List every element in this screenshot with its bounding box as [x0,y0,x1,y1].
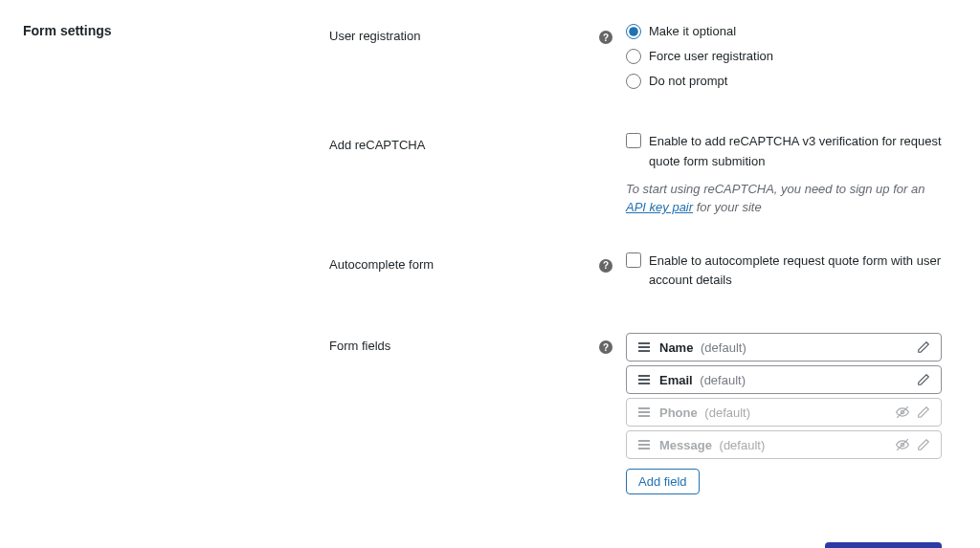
edit-icon[interactable] [916,340,931,355]
radio-noprompt[interactable]: Do not prompt [626,73,942,90]
form-field-default-label: (default) [701,340,746,355]
edit-icon[interactable] [916,405,931,420]
recaptcha-help-after: for your site [693,200,762,214]
form-field-name: Name (default) [659,340,916,355]
section-title: Form settings [23,23,329,38]
visibility-off-icon[interactable] [895,405,910,420]
form-fields-label-col: Form fields ? [329,333,626,354]
help-icon[interactable]: ? [599,31,612,44]
form-field-item[interactable]: Email (default) [626,365,942,394]
footer-actions: Update settings [23,542,942,548]
radio-noprompt-label: Do not prompt [649,73,727,90]
form-field-name: Email (default) [659,373,916,387]
radio-force-input[interactable] [626,49,641,64]
drag-handle-icon[interactable] [636,406,652,418]
radio-force-label: Force user registration [649,48,773,65]
recaptcha-help-link[interactable]: API key pair [626,200,693,214]
recaptcha-help-before: To start using reCAPTCHA, you need to si… [626,182,924,196]
recaptcha-row: Add reCAPTCHA Enable to add reCAPTCHA v3… [23,132,957,217]
recaptcha-help-text: To start using reCAPTCHA, you need to si… [626,180,942,217]
update-settings-button[interactable]: Update settings [825,542,942,548]
form-field-actions [895,405,931,420]
autocomplete-label-col: Autocomplete form ? [329,252,626,273]
form-fields-label: Form fields [329,339,390,353]
form-field-actions [916,372,931,387]
help-icon[interactable]: ? [599,340,612,354]
form-fields-row: Form fields ? Name (default)Email (defau… [23,333,957,494]
user-registration-label-col: User registration ? [329,23,626,44]
form-field-default-label: (default) [700,373,746,387]
recaptcha-checkbox-label: Enable to add reCAPTCHA v3 verification … [649,132,942,172]
user-registration-row: Form settings User registration ? Make i… [23,23,957,98]
drag-handle-icon[interactable] [636,341,652,353]
form-field-actions [895,437,931,452]
drag-handle-icon[interactable] [636,439,652,450]
autocomplete-checkbox[interactable]: Enable to autocomplete request quote for… [626,252,942,292]
recaptcha-label-col: Add reCAPTCHA [329,132,626,152]
drag-handle-icon[interactable] [636,374,652,385]
form-field-actions [916,340,931,355]
autocomplete-checkbox-label: Enable to autocomplete request quote for… [649,252,942,292]
autocomplete-input-col: Enable to autocomplete request quote for… [626,252,942,299]
autocomplete-label: Autocomplete form [329,257,434,272]
recaptcha-checkbox[interactable]: Enable to add reCAPTCHA v3 verification … [626,132,942,172]
visibility-off-icon[interactable] [895,437,910,452]
radio-optional-input[interactable] [626,24,641,39]
radio-force[interactable]: Force user registration [626,48,942,65]
form-field-item[interactable]: Message (default) [626,430,942,459]
autocomplete-row: Autocomplete form ? Enable to autocomple… [23,252,957,299]
recaptcha-input-col: Enable to add reCAPTCHA v3 verification … [626,132,942,217]
add-field-button[interactable]: Add field [626,469,700,494]
form-field-name: Message (default) [659,438,895,452]
help-icon[interactable]: ? [599,259,612,273]
form-settings-panel: Form settings User registration ? Make i… [23,23,957,548]
edit-icon[interactable] [916,372,931,387]
form-fields-list: Name (default)Email (default)Phone (defa… [626,333,942,494]
edit-icon[interactable] [916,437,931,452]
radio-optional[interactable]: Make it optional [626,23,942,40]
recaptcha-label: Add reCAPTCHA [329,138,425,152]
form-field-name: Phone (default) [659,406,895,420]
recaptcha-checkbox-input[interactable] [626,133,641,148]
autocomplete-checkbox-input[interactable] [626,252,641,268]
form-field-default-label: (default) [704,406,750,420]
form-field-item[interactable]: Phone (default) [626,398,942,427]
form-field-default-label: (default) [720,438,766,452]
user-registration-options: Make it optional Force user registration… [626,23,942,98]
form-field-item[interactable]: Name (default) [626,333,942,362]
radio-optional-label: Make it optional [649,23,736,40]
radio-noprompt-input[interactable] [626,74,641,89]
user-registration-label: User registration [329,29,420,43]
